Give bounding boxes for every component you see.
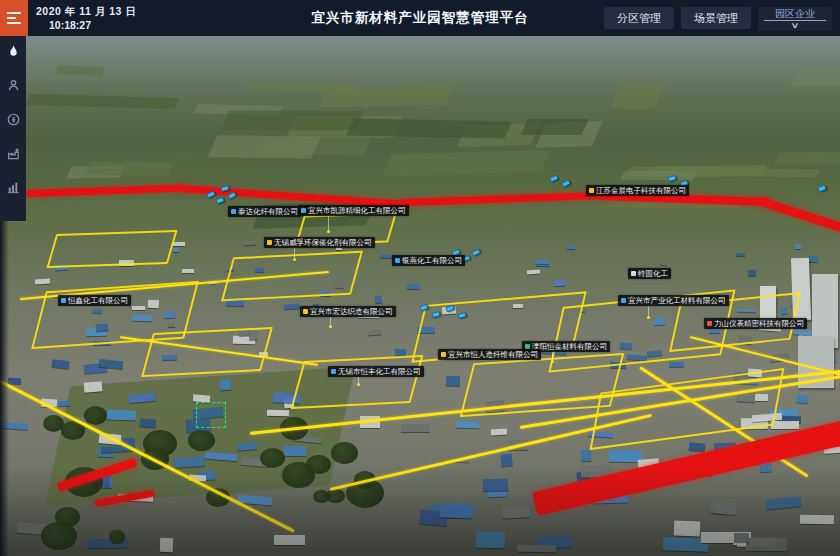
vehicle-marker[interactable] xyxy=(561,180,570,188)
label-leader-line xyxy=(648,306,649,316)
factory-building xyxy=(736,253,745,257)
red-route xyxy=(757,196,840,235)
factory-icon[interactable] xyxy=(4,144,22,162)
factory-building xyxy=(375,296,383,304)
factory-building xyxy=(446,376,460,386)
factory-building xyxy=(84,381,103,392)
factory-building xyxy=(689,442,705,452)
field-patch xyxy=(319,86,453,108)
menu-icon[interactable] xyxy=(0,0,28,36)
factory-building xyxy=(674,520,701,536)
company-label-text: 宜兴市宏达织造有限公司 xyxy=(310,307,393,317)
tree-cluster xyxy=(188,430,215,452)
red-route xyxy=(400,192,610,206)
tree-cluster xyxy=(313,490,329,503)
factory-building xyxy=(2,422,28,430)
factory-building xyxy=(553,279,565,286)
company-marker-icon xyxy=(303,309,308,314)
time-text: 10:18:27 xyxy=(49,18,136,32)
company-label[interactable]: 特固化工 xyxy=(628,268,671,279)
zone-management-button[interactable]: 分区管理 xyxy=(604,7,674,29)
company-label[interactable]: 宜兴市凯源精细化工有限公司 xyxy=(298,205,409,216)
factory-building xyxy=(713,500,728,514)
company-label-text: 无锡市恒丰化工有限公司 xyxy=(338,367,421,377)
field-patch xyxy=(24,94,179,109)
label-anchor-dot xyxy=(329,325,332,328)
company-marker-icon xyxy=(231,209,236,214)
company-label-text: 力山仪表精密科技有限公司 xyxy=(714,319,804,329)
company-label[interactable]: 银燕化工有限公司 xyxy=(392,255,465,266)
company-label-text: 宜兴市恒人造纤维有限公司 xyxy=(448,350,538,360)
date-text: 2020 年 11 月 13 日 xyxy=(36,4,136,18)
company-label[interactable]: 力山仪表精密科技有限公司 xyxy=(704,318,807,329)
flame-icon[interactable] xyxy=(4,42,22,60)
scene-management-button[interactable]: 场景管理 xyxy=(681,7,751,29)
vehicle-marker[interactable] xyxy=(817,185,826,192)
label-anchor-dot xyxy=(647,316,650,319)
bar-chart-icon[interactable] xyxy=(4,178,22,196)
vehicle-marker[interactable] xyxy=(215,197,224,204)
label-anchor-dot xyxy=(327,230,330,233)
company-label[interactable]: 泰达化纤有限公司 xyxy=(228,206,301,217)
left-toolbar xyxy=(0,36,26,221)
factory-building xyxy=(566,245,574,249)
vehicle-marker[interactable] xyxy=(667,175,676,182)
company-label[interactable]: 宜兴市宏达织造有限公司 xyxy=(300,306,396,317)
plot-outline xyxy=(46,230,177,268)
company-label-text: 银燕化工有限公司 xyxy=(402,256,462,266)
meter-icon[interactable] xyxy=(4,110,22,128)
selection-marquee[interactable] xyxy=(196,402,226,428)
vehicle-marker[interactable] xyxy=(549,175,558,182)
header-actions: 分区管理 场景管理 园区企业 ∨ xyxy=(604,7,832,31)
factory-building xyxy=(219,379,231,391)
factory-building xyxy=(669,362,684,368)
factory-building xyxy=(283,304,299,309)
vehicle-marker[interactable] xyxy=(471,249,480,257)
company-label[interactable]: 恒鑫化工有限公司 xyxy=(58,295,131,306)
company-marker-icon xyxy=(61,298,66,303)
factory-building xyxy=(502,506,530,518)
field-patch xyxy=(221,111,365,131)
label-leader-line xyxy=(330,317,331,325)
company-label-text: 恒鑫化工有限公司 xyxy=(68,296,128,306)
factory-building xyxy=(274,535,305,545)
factory-building xyxy=(527,269,540,274)
company-label[interactable]: 无锡威孚环保催化剂有限公司 xyxy=(264,237,375,248)
factory-building xyxy=(35,279,51,285)
factory-building xyxy=(482,478,507,491)
plot-outline xyxy=(141,327,273,377)
company-label[interactable]: 江苏金晨电子科技有限公司 xyxy=(586,185,689,196)
factory-building xyxy=(766,497,802,511)
factory-building xyxy=(795,244,801,249)
company-label-text: 宜兴市凯源精细化工有限公司 xyxy=(308,206,406,216)
company-marker-icon xyxy=(267,240,272,245)
top-header: 2020 年 11 月 13 日 10:18:27 宜兴市新材料产业园智慧管理平… xyxy=(0,0,840,36)
company-label[interactable]: 宜兴市产业化工材料有限公司 xyxy=(618,295,729,306)
field-patch xyxy=(207,135,321,159)
company-label[interactable]: 宜兴市恒人造纤维有限公司 xyxy=(438,349,541,360)
tree-cluster xyxy=(55,507,80,527)
company-marker-icon xyxy=(441,352,446,357)
factory-building xyxy=(284,446,306,456)
factory-building xyxy=(476,532,505,549)
factory-building xyxy=(407,283,421,288)
park-enterprise-dropdown[interactable]: 园区企业 ∨ xyxy=(758,7,832,31)
tree-cluster xyxy=(84,406,107,425)
factory-building xyxy=(800,515,834,524)
map-3d-view[interactable]: 泰达化纤有限公司宜兴市凯源精细化工有限公司无锡威孚环保催化剂有限公司银燕化工有限… xyxy=(0,36,840,556)
person-alert-icon[interactable] xyxy=(4,76,22,94)
factory-building xyxy=(456,420,479,428)
label-leader-line xyxy=(552,352,553,360)
company-label[interactable]: 无锡市恒丰化工有限公司 xyxy=(328,366,424,377)
factory-building xyxy=(58,401,70,407)
factory-building xyxy=(748,270,756,277)
factory-building xyxy=(771,421,799,429)
company-marker-icon xyxy=(331,369,336,374)
factory-building xyxy=(746,538,787,551)
factory-building xyxy=(173,248,179,252)
dropdown-label: 园区企业 xyxy=(775,8,815,19)
factory-building xyxy=(267,410,289,416)
field-patch xyxy=(85,161,173,175)
company-label-text: 溧阳恒金材料有限公司 xyxy=(532,342,607,352)
factory-building xyxy=(51,360,69,370)
